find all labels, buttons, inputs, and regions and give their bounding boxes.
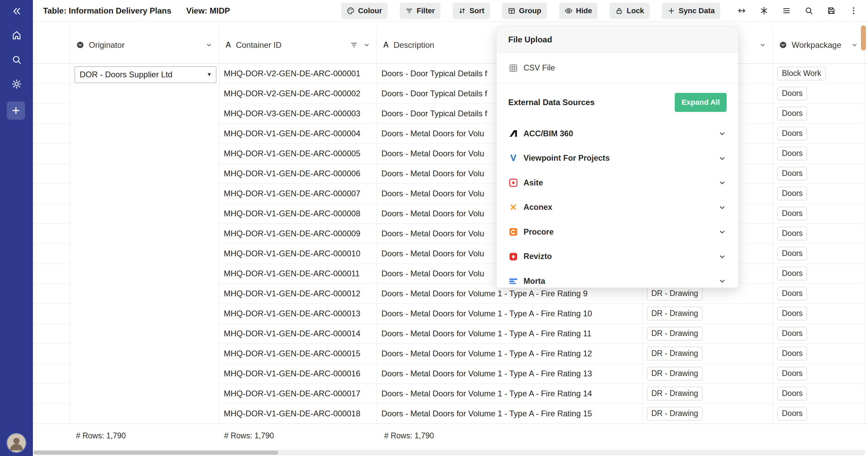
search-nav-button[interactable] [0,51,33,69]
originator-cell[interactable]: ▼ [70,284,219,304]
source-item-procore[interactable]: Procore [497,220,738,244]
document-type-cell[interactable]: DR - Drawing [643,364,773,384]
container-id-cell[interactable]: MHQ-DOR-V1-GEN-DE-ARC-000015 [219,344,377,364]
description-cell[interactable]: Doors - Metal Doors for Volume 1 - Type … [377,364,643,384]
container-id-cell[interactable]: MHQ-DOR-V1-GEN-DE-ARC-000006 [219,164,377,184]
description-cell[interactable]: Doors - Metal Doors for Volume 1 - Type … [377,344,643,364]
workpackage-cell[interactable]: Doors [773,364,865,384]
description-cell[interactable]: Doors - Metal Doors for Volume 1 - Type … [377,404,643,424]
row-gutter-cell[interactable] [33,324,70,344]
description-cell[interactable]: Doors - Metal Doors for Volume 1 - Type … [377,304,643,324]
source-item-viewpoint[interactable]: V Viewpoint For Projects [497,146,738,171]
home-button[interactable] [0,26,33,44]
originator-cell[interactable]: ▼ [70,184,219,204]
source-item-asite[interactable]: Asite [497,171,738,195]
originator-cell-editor[interactable]: DOR - Doors Supplier Ltd ▼ [75,66,216,83]
originator-cell[interactable]: ▼ [70,364,219,384]
row-gutter-cell[interactable] [33,404,70,424]
description-cell[interactable]: Doors - Metal Doors for Volume 1 - Type … [377,324,643,344]
workpackage-cell[interactable]: Doors [773,244,865,264]
container-id-cell[interactable]: MHQ-DOR-V1-GEN-DE-ARC-000013 [219,304,377,324]
sync-data-button[interactable]: Sync Data [662,3,720,19]
row-gutter-cell[interactable] [33,204,70,224]
row-gutter-cell[interactable] [33,264,70,284]
row-gutter-cell[interactable] [33,84,70,104]
document-type-cell[interactable]: DR - Drawing [643,384,773,404]
workpackage-cell[interactable]: Doors [773,384,865,404]
row-height-button[interactable] [779,4,793,18]
chevron-down-icon[interactable] [718,252,727,261]
column-menu-icon[interactable] [851,41,859,49]
column-width-button[interactable] [734,4,749,18]
container-id-cell[interactable]: MHQ-DOR-V1-GEN-DE-ARC-000005 [219,144,377,164]
column-menu-icon[interactable] [205,41,213,49]
row-gutter-cell[interactable] [33,124,70,144]
chevron-down-icon[interactable] [718,227,727,236]
originator-cell[interactable]: ▼ [70,384,219,404]
container-id-cell[interactable]: MHQ-DOR-V1-GEN-DE-ARC-000008 [219,204,377,224]
row-gutter-cell[interactable] [33,364,70,384]
container-id-cell[interactable]: MHQ-DOR-V1-GEN-DE-ARC-000014 [219,324,377,344]
table-search-button[interactable] [802,4,816,18]
row-gutter-cell[interactable] [33,284,70,304]
originator-cell[interactable]: ▼ [70,404,219,424]
row-gutter-cell[interactable] [33,164,70,184]
workpackage-cell[interactable]: Block Work [773,64,865,84]
originator-cell[interactable]: ▼ [70,224,219,244]
source-item-morta[interactable]: Morta [497,269,738,288]
add-new-button[interactable] [7,101,25,120]
chevron-down-icon[interactable] [718,129,727,138]
originator-cell[interactable]: ▼ [70,324,219,344]
hide-button[interactable]: Hide [559,3,598,19]
active-filter-icon[interactable] [350,41,358,49]
workpackage-cell[interactable]: Doors [773,84,865,104]
workpackage-cell[interactable]: Doors [773,144,865,164]
more-menu-button[interactable] [846,4,861,18]
originator-cell[interactable]: ▼ [70,344,219,364]
container-id-cell[interactable]: MHQ-DOR-V1-GEN-DE-ARC-000016 [219,364,377,384]
column-header-workpackage[interactable]: Workpackage [773,26,865,63]
expand-all-button[interactable]: Expand All [675,93,727,112]
user-avatar[interactable] [7,434,26,452]
column-header-originator[interactable]: Originator [70,26,219,63]
chevron-down-icon[interactable] [718,154,727,163]
originator-cell[interactable]: ▼ [70,124,219,144]
row-gutter-cell[interactable] [33,384,70,404]
document-type-cell[interactable]: DR - Drawing [643,324,773,344]
document-type-cell[interactable]: DR - Drawing [643,344,773,364]
row-gutter-cell[interactable] [33,304,70,324]
workpackage-cell[interactable]: Doors [773,264,865,284]
vertical-scrollbar-thumb[interactable] [861,25,866,51]
container-id-cell[interactable]: MHQ-DOR-V1-GEN-DE-ARC-000004 [219,124,377,144]
save-button[interactable] [824,4,838,18]
container-id-cell[interactable]: MHQ-DOR-V1-GEN-DE-ARC-000012 [219,284,377,304]
originator-cell[interactable]: ▼ [70,264,219,284]
workpackage-cell[interactable]: Doors [773,184,865,204]
source-item-aconex[interactable]: ✕ Aconex [497,195,738,220]
workpackage-cell[interactable]: Doors [773,404,865,424]
chevron-down-icon[interactable] [718,277,727,285]
container-id-cell[interactable]: MHQ-DOR-V1-GEN-DE-ARC-000011 [219,264,377,284]
column-menu-icon[interactable] [759,41,767,49]
container-id-cell[interactable]: MHQ-DOR-V3-GEN-DE-ARC-000003 [219,104,377,124]
row-gutter-cell[interactable] [33,244,70,264]
chevron-down-icon[interactable] [718,203,727,212]
originator-cell[interactable]: ▼ [70,244,219,264]
container-id-cell[interactable]: MHQ-DOR-V1-GEN-DE-ARC-000007 [219,184,377,204]
row-gutter-cell[interactable] [33,344,70,364]
container-id-cell[interactable]: MHQ-DOR-V1-GEN-DE-ARC-000010 [219,244,377,264]
row-gutter-cell[interactable] [33,64,70,84]
originator-cell[interactable]: ▼ [70,104,219,124]
column-menu-icon[interactable] [363,41,371,49]
source-item-revizto[interactable]: Revizto [497,244,738,269]
container-id-cell[interactable]: MHQ-DOR-V1-GEN-DE-ARC-000009 [219,224,377,244]
container-id-cell[interactable]: MHQ-DOR-V2-GEN-DE-ARC-000001 [219,64,377,84]
workpackage-cell[interactable]: Doors [773,124,865,144]
originator-cell[interactable]: ▼ [70,204,219,224]
workpackage-cell[interactable]: Doors [773,164,865,184]
workpackage-cell[interactable]: Doors [773,344,865,364]
settings-button[interactable] [0,75,33,93]
row-gutter-cell[interactable] [33,224,70,244]
container-id-cell[interactable]: MHQ-DOR-V2-GEN-DE-ARC-000002 [219,84,377,104]
freeze-button[interactable] [757,4,771,18]
